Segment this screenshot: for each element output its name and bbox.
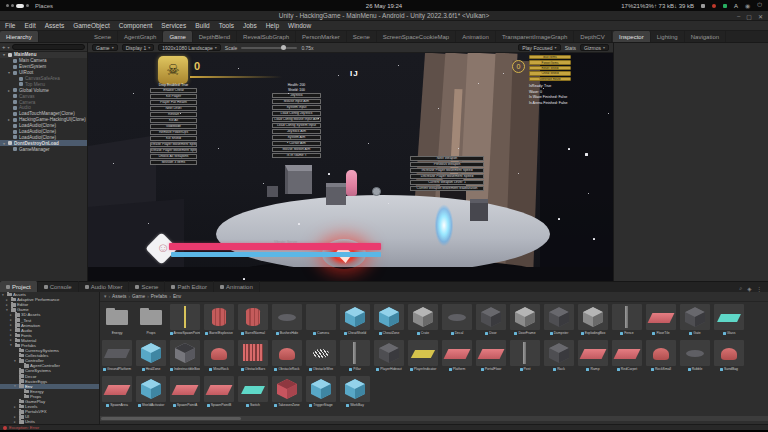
- asset-item[interactable]: TriggerStage: [306, 376, 336, 408]
- asset-item[interactable]: GroundPlatform: [102, 340, 132, 372]
- sound-icon[interactable]: ◉: [745, 2, 750, 9]
- menu-item[interactable]: Jobs: [243, 22, 257, 29]
- center-dock-tab[interactable]: Animation: [456, 31, 496, 42]
- bottom-dock-tab[interactable]: Audio Mixer: [79, 281, 130, 292]
- menu-item[interactable]: Services: [161, 22, 186, 29]
- asset-item[interactable]: Dumpster: [544, 304, 574, 336]
- resolution-dropdown[interactable]: 1920x1080 Landscape▾: [158, 44, 221, 51]
- asset-item[interactable]: Props: [136, 304, 166, 336]
- panel-menu-icon[interactable]: ⋮: [757, 286, 763, 292]
- debug-button[interactable]: Decrease Player Movement Speed: [410, 174, 484, 179]
- asset-item[interactable]: Energy: [102, 304, 132, 336]
- debug-button[interactable]: GodMode: [150, 124, 197, 129]
- scale-slider[interactable]: [241, 47, 297, 49]
- center-dock-tab[interactable]: ScreenSpaceCookieMap: [377, 31, 456, 42]
- debug-button[interactable]: Mouse Input Aim: [272, 99, 321, 104]
- center-dock-tab[interactable]: DepthBlend: [193, 31, 237, 42]
- settings-dot-icon[interactable]: [701, 4, 705, 8]
- debug-button[interactable]: System Input: [272, 105, 321, 110]
- asset-item[interactable]: DoorFrame: [510, 304, 540, 336]
- minimize-button[interactable]: –: [737, 13, 740, 19]
- close-button[interactable]: ✕: [758, 13, 763, 20]
- input-language-indicator[interactable]: A: [734, 3, 738, 9]
- menu-item[interactable]: Help: [266, 22, 279, 29]
- right-dock-tab[interactable]: Navigation: [685, 31, 726, 42]
- lock-icon[interactable]: ◈: [747, 286, 751, 292]
- wave-debug-button[interactable]: Cheat Shield: [529, 71, 571, 75]
- asset-item[interactable]: TakeoverZone: [272, 376, 302, 408]
- menu-item[interactable]: File: [5, 22, 15, 29]
- asset-item[interactable]: ArrowSpawnPoint: [170, 304, 200, 336]
- menu-item[interactable]: Build: [195, 22, 209, 29]
- debug-button[interactable]: Next Level: [150, 106, 197, 111]
- asset-item[interactable]: SpawnArea: [102, 376, 132, 408]
- debug-button[interactable]: Mission 3 Items: [150, 160, 197, 165]
- wave-debug-button[interactable]: Buy Items: [529, 55, 571, 59]
- bottom-dock-tab[interactable]: Animation: [214, 281, 260, 292]
- asset-item[interactable]: PlayerHideout: [374, 340, 404, 372]
- system-tray[interactable]: 17%21%3%↑ 73 kB↓ 39 kB A ◉ ⏻: [621, 2, 762, 9]
- debug-button[interactable]: Previous Weapon: [410, 162, 484, 167]
- asset-item[interactable]: SpawnPointB: [204, 376, 234, 408]
- asset-item[interactable]: FloorTile: [646, 304, 676, 336]
- asset-item[interactable]: Decal: [442, 304, 472, 336]
- asset-item[interactable]: IndestructibleBox: [170, 340, 200, 372]
- right-dock-tab[interactable]: Inspector: [613, 31, 651, 42]
- stats-button[interactable]: Stats: [565, 45, 576, 51]
- center-dock-tab[interactable]: TransparentImageGraph: [496, 31, 574, 42]
- chevron-down-icon[interactable]: ▾: [8, 45, 10, 50]
- game-mode-dropdown[interactable]: Game▾: [92, 44, 118, 51]
- search-icon[interactable]: ⌕: [739, 285, 742, 292]
- wave-debug-button[interactable]: Generate Route: [529, 77, 571, 81]
- debug-button[interactable]: Mouse Motion Aim: [272, 147, 321, 152]
- debug-button[interactable]: Enable Cheat: [150, 88, 197, 93]
- debug-button[interactable]: Remove PowerUps: [150, 130, 197, 135]
- menu-item[interactable]: Assets: [45, 22, 65, 29]
- asset-item[interactable]: Glass: [714, 304, 744, 336]
- breadcrumb-item[interactable]: ›Prefabs: [147, 294, 167, 299]
- asset-item[interactable]: ObstacleRock: [272, 340, 302, 372]
- hierarchy-search-input[interactable]: [12, 44, 85, 50]
- debug-button[interactable]: Load Config System Input: [272, 123, 321, 128]
- debug-button[interactable]: Kill All: [150, 118, 197, 123]
- asset-item[interactable]: Rubble: [680, 340, 710, 372]
- debug-button[interactable]: System Aim: [272, 135, 321, 140]
- maximize-button[interactable]: ▢: [746, 13, 752, 20]
- debug-button[interactable]: Increase Player Movement Speed: [150, 142, 197, 147]
- asset-item[interactable]: Pillar: [340, 340, 370, 372]
- debug-button[interactable]: Kill Player: [150, 94, 197, 99]
- expand-arrow-icon[interactable]: ▾: [2, 293, 7, 297]
- debug-button[interactable]: Restart: [150, 112, 197, 117]
- asset-item[interactable]: Rack: [544, 340, 574, 372]
- asset-item[interactable]: MeatRock: [204, 340, 234, 372]
- asset-item[interactable]: Crate: [408, 304, 438, 336]
- wave-debug-button[interactable]: Forget Items: [529, 60, 571, 64]
- expand-arrow-icon[interactable]: ▾: [6, 308, 11, 312]
- power-icon[interactable]: ⏻: [757, 2, 762, 9]
- bottom-dock-tab[interactable]: Console: [38, 281, 79, 292]
- asset-item[interactable]: RedCarpet: [612, 340, 642, 372]
- asset-item[interactable]: ShieldActivator: [136, 376, 166, 408]
- asset-item[interactable]: SpawnPointA: [170, 376, 200, 408]
- center-dock-tab[interactable]: AgentGraph: [118, 31, 163, 42]
- asset-item[interactable]: Ramp: [578, 340, 608, 372]
- status-bar[interactable]: Exception: Error: [0, 424, 768, 430]
- expand-arrow-icon[interactable]: ▾: [14, 384, 19, 388]
- asset-item[interactable]: BarrelNormal: [238, 304, 268, 336]
- asset-item[interactable]: SandBag: [714, 340, 744, 372]
- center-dock-tab[interactable]: Scene: [88, 31, 118, 42]
- asset-item[interactable]: Post: [510, 340, 540, 372]
- debug-button[interactable]: Decrease Player Movement Speed: [150, 148, 197, 153]
- menu-item[interactable]: Edit: [24, 22, 35, 29]
- center-dock-tab[interactable]: RevealSubGraph: [237, 31, 296, 42]
- asset-item[interactable]: Platform: [442, 340, 472, 372]
- debug-button[interactable]: Is In Game: t: [272, 153, 321, 158]
- asset-item[interactable]: HealZone: [136, 340, 166, 372]
- debug-button[interactable]: Load Config JoyStick: [272, 111, 321, 116]
- asset-item[interactable]: Gate: [680, 304, 710, 336]
- add-gameobject-button[interactable]: +: [2, 44, 6, 50]
- debug-button[interactable]: JoyStick: [272, 93, 321, 98]
- asset-item[interactable]: ObstacleBars: [238, 340, 268, 372]
- asset-item[interactable]: Door: [476, 304, 506, 336]
- asset-item[interactable]: BarrelExplosive: [204, 304, 234, 336]
